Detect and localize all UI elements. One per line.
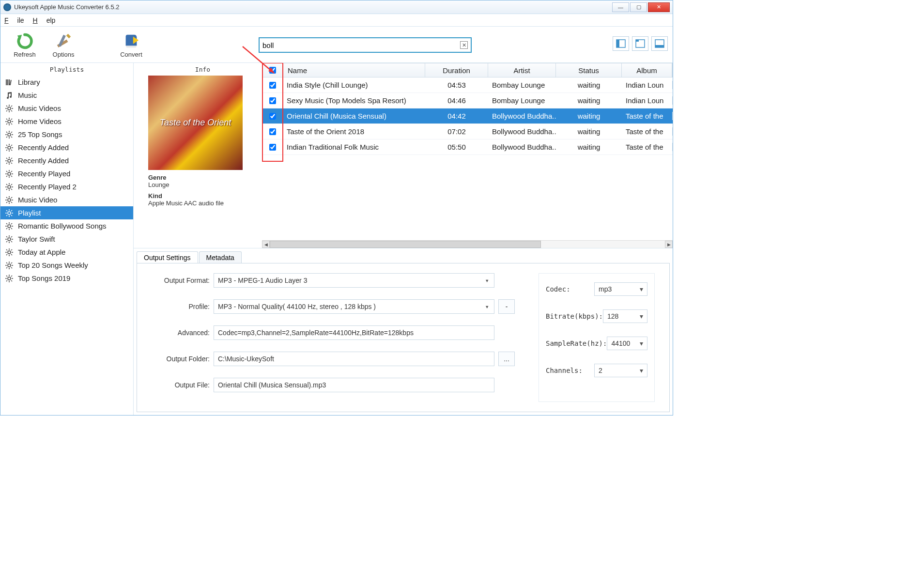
sidebar-item-home-videos[interactable]: Home Videos	[0, 115, 133, 128]
sidebar-item-label: Recently Added	[18, 143, 69, 152]
tab-metadata[interactable]: Metadata	[199, 251, 242, 263]
cell-album: Taste of the	[622, 112, 673, 120]
table-row[interactable]: India Style (Chill Lounge)04:53Bombay Lo…	[262, 77, 673, 93]
codec-select[interactable]: mp3	[594, 282, 647, 296]
convert-button[interactable]: Convert	[112, 28, 151, 62]
profile-select[interactable]: MP3 - Normal Quality( 44100 Hz, stereo ,…	[214, 299, 494, 314]
gear-icon	[4, 221, 14, 231]
profile-remove-button[interactable]: -	[498, 299, 515, 314]
cell-duration: 04:42	[425, 112, 488, 120]
genre-value: Lounge	[148, 181, 257, 188]
refresh-button[interactable]: Refresh	[5, 28, 44, 62]
svg-line-59	[11, 158, 12, 159]
sidebar-item-today-at-apple[interactable]: Today at Apple	[0, 246, 133, 259]
header-checkbox[interactable]	[262, 63, 283, 77]
table-row[interactable]: Taste of the Orient 201807:02Bollywood B…	[262, 124, 673, 139]
svg-line-112	[6, 241, 7, 242]
sidebar-item-label: Recently Played	[18, 169, 70, 178]
header-album[interactable]: Album	[622, 63, 672, 77]
svg-line-95	[11, 210, 12, 211]
options-button[interactable]: Options	[44, 28, 83, 62]
svg-line-110	[6, 236, 7, 237]
output-folder-input[interactable]: C:\Music-UkeySoft	[214, 352, 494, 366]
sidebar-item-top-20-songs-weekly[interactable]: Top 20 Songs Weekly	[0, 259, 133, 272]
cell-duration: 04:46	[425, 96, 488, 105]
search-input[interactable]	[262, 41, 460, 49]
sidebar-item-music[interactable]: Music	[0, 89, 133, 102]
svg-line-94	[6, 215, 7, 216]
browse-folder-button[interactable]: ...	[498, 352, 515, 366]
app-window: Ukeysoft Apple Music Converter 6.5.2 — ▢…	[0, 0, 673, 416]
menu-file[interactable]: File	[4, 16, 24, 24]
maximize-button[interactable]: ▢	[630, 2, 647, 12]
table-row[interactable]: Indian Traditional Folk Music05:50Bollyw…	[262, 139, 673, 155]
sidebar-item-recently-added[interactable]: Recently Added	[0, 141, 133, 154]
cell-name: Indian Traditional Folk Music	[283, 143, 425, 151]
svg-line-38	[6, 132, 7, 133]
genre-label: Genre	[148, 174, 257, 181]
view-left-button[interactable]	[613, 36, 629, 51]
scroll-thumb[interactable]	[270, 241, 541, 248]
header-duration[interactable]: Duration	[425, 63, 488, 77]
minimize-button[interactable]: —	[612, 2, 629, 12]
svg-line-85	[6, 202, 7, 203]
output-file-input[interactable]: Oriental Chill (Musica Sensual).mp3	[214, 378, 494, 392]
row-checkbox[interactable]	[262, 113, 283, 120]
sidebar-item-library[interactable]: Library	[0, 76, 133, 89]
sidebar-item-recently-played-2[interactable]: Recently Played 2	[0, 180, 133, 193]
table-row[interactable]: Sexy Music (Top Models Spa Resort)04:46B…	[262, 93, 673, 108]
scroll-left-icon[interactable]: ◀	[262, 241, 270, 248]
svg-rect-12	[7, 79, 8, 85]
sidebar-item-recently-played[interactable]: Recently Played	[0, 167, 133, 180]
row-checkbox[interactable]	[262, 144, 283, 151]
view-bottom-button[interactable]	[651, 36, 668, 51]
samplerate-select[interactable]: 44100	[607, 337, 647, 350]
header-name[interactable]: Name	[283, 63, 425, 77]
gear-icon	[4, 156, 14, 166]
channels-select[interactable]: 2	[594, 364, 647, 377]
sidebar-header: Playlists	[0, 63, 133, 76]
close-button[interactable]: ✕	[648, 2, 670, 12]
svg-line-104	[11, 223, 12, 224]
cell-status: waiting	[556, 112, 622, 120]
gear-icon	[4, 117, 14, 126]
sidebar-item-top-songs-2019[interactable]: Top Songs 2019	[0, 272, 133, 285]
sidebar-item-music-video[interactable]: Music Video	[0, 193, 133, 206]
header-artist[interactable]: Artist	[488, 63, 556, 77]
sidebar-item-label: Top 20 Songs Weekly	[18, 261, 88, 269]
gear-icon	[4, 143, 14, 153]
svg-rect-14	[10, 79, 12, 85]
sidebar-item-playlist[interactable]: Playlist	[0, 206, 133, 219]
row-checkbox[interactable]	[262, 82, 283, 89]
svg-line-29	[6, 119, 7, 120]
sidebar-item-25-top-songs[interactable]: 25 Top Songs	[0, 128, 133, 141]
clear-search-icon[interactable]: ✕	[460, 41, 468, 49]
advanced-input[interactable]: Codec=mp3,Channel=2,SampleRate=44100Hz,B…	[214, 325, 494, 340]
gear-icon	[4, 261, 14, 270]
output-format-select[interactable]: MP3 - MPEG-1 Audio Layer 3	[214, 273, 494, 288]
svg-line-30	[11, 123, 12, 124]
svg-line-40	[6, 137, 7, 138]
sidebar-item-recently-added[interactable]: Recently Added	[0, 154, 133, 167]
cell-status: waiting	[556, 143, 622, 151]
horizontal-scrollbar[interactable]: ◀ ▶	[262, 240, 673, 248]
sidebar-item-romantic-bollywood-songs[interactable]: Romantic Bollywood Songs	[0, 219, 133, 232]
sidebar-item-taylor-swift[interactable]: Taylor Swift	[0, 232, 133, 246]
sidebar-item-music-videos[interactable]: Music Videos	[0, 102, 133, 115]
header-status[interactable]: Status	[556, 63, 622, 77]
view-top-button[interactable]	[632, 36, 648, 51]
refresh-icon	[15, 31, 34, 51]
convert-label: Convert	[120, 51, 142, 58]
svg-line-48	[11, 150, 12, 151]
bitrate-select[interactable]: 128	[603, 309, 647, 323]
scroll-right-icon[interactable]: ▶	[665, 241, 673, 248]
tab-output-settings[interactable]: Output Settings	[137, 251, 198, 263]
row-checkbox[interactable]	[262, 128, 283, 135]
album-art-title: Taste of the Orient	[160, 118, 231, 128]
svg-line-32	[11, 119, 12, 120]
menu-help[interactable]: Help	[33, 16, 56, 24]
kind-label: Kind	[148, 192, 257, 200]
table-row[interactable]: Oriental Chill (Musica Sensual)04:42Boll…	[262, 108, 673, 124]
sidebar-item-label: Romantic Bollywood Songs	[18, 222, 107, 230]
row-checkbox[interactable]	[262, 97, 283, 104]
